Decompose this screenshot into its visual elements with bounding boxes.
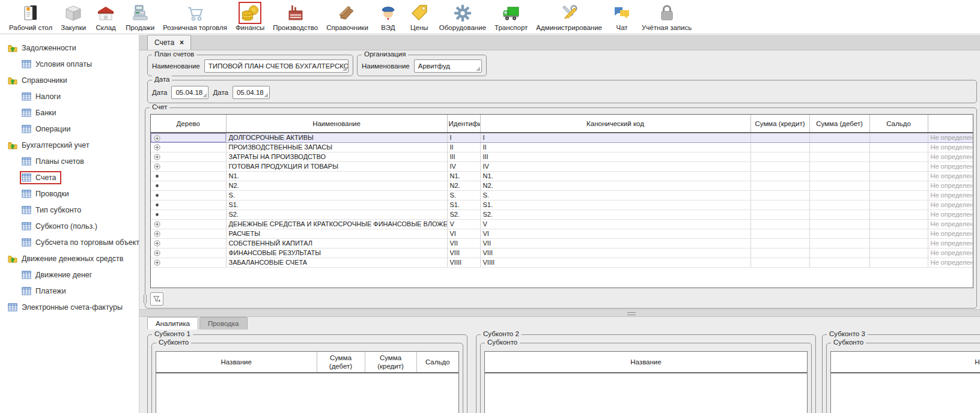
sidebar-item-taxes[interactable]: Налоги <box>0 88 139 104</box>
resize-grip[interactable] <box>144 295 147 303</box>
toolbar-item-chat[interactable]: Чат <box>606 1 638 32</box>
tree-cell[interactable] <box>151 219 226 229</box>
tree-cell[interactable] <box>151 133 226 142</box>
column-header-Сальдо[interactable]: Сальдо <box>869 115 928 133</box>
saldo-cell <box>869 142 928 152</box>
account-row[interactable]: ГОТОВАЯ ПРОДУКЦИЯ И ТОВАРЫIVIVНе определ… <box>151 161 973 171</box>
account-row[interactable]: N2.N2.N2.Не определено <box>151 181 973 190</box>
sidebar-item-debts[interactable]: Задолженности <box>0 40 139 56</box>
tree-cell[interactable] <box>151 181 226 190</box>
account-row[interactable]: ДЕНЕЖНЫЕ СРЕДСТВА И КРАТКОСРОЧНЫЕ ФИНАНС… <box>151 219 973 229</box>
sidebar-item-postings[interactable]: Проводки <box>0 185 139 202</box>
item-frame: Субконто (польз.) <box>20 220 103 233</box>
toolbar-item-sales[interactable]: Продажи <box>121 1 159 32</box>
organization-combobox[interactable]: Арвитфуд <box>414 59 482 73</box>
tree-cell[interactable] <box>151 210 226 219</box>
toolbar-item-finance[interactable]: Финансы <box>231 1 269 32</box>
debit-sum-cell <box>809 181 869 190</box>
date-to-field[interactable]: 05.04.18 <box>233 86 270 99</box>
tab-accounts[interactable]: Счета × <box>147 35 191 50</box>
account-row[interactable]: ЗАТРАТЫ НА ПРОИЗВОДСТВОIIIIIIНе определе… <box>151 152 973 161</box>
splitter-handle[interactable] <box>627 312 636 315</box>
add-filter-button[interactable] <box>150 292 163 306</box>
tree-cell[interactable] <box>151 248 226 258</box>
toolbar-item-administration[interactable]: Администрирование <box>532 1 606 32</box>
column-header-status[interactable] <box>928 115 973 133</box>
tree-cell[interactable] <box>151 190 226 200</box>
account-row[interactable]: ЗАБАЛАНСОВЫЕ СЧЕТАVIIIIVIIIIНе определен… <box>151 258 973 267</box>
plan-name-combobox[interactable]: ТИПОВОЙ ПЛАН СЧЕТОВ БУХГАЛТЕРСКОГО УЧЕТА <box>204 59 348 73</box>
subkonto-column-header[interactable]: Сумма (дебет) <box>317 352 365 373</box>
toolbar-item-ved[interactable]: ВЭД <box>373 1 404 32</box>
sidebar-item-chart-of-accounts[interactable]: Планы счетов <box>0 153 139 169</box>
toolbar-item-equipment[interactable]: Оборудование <box>435 1 490 32</box>
toolbar-item-prices[interactable]: Цены <box>404 1 435 32</box>
tree-cell[interactable] <box>151 142 226 152</box>
account-row[interactable]: СОБСТВЕННЫЙ КАПИТАЛVIIVIIНе определено <box>151 238 973 248</box>
tree-cell[interactable] <box>151 171 226 181</box>
sidebar-item-operations[interactable]: Операции <box>0 121 139 137</box>
subkonto-column-header[interactable]: Сальдо <box>416 352 458 373</box>
icon-frame <box>558 2 580 24</box>
tree-cell[interactable] <box>151 238 226 248</box>
sidebar-item-cash-flow[interactable]: Движение денежных средств <box>0 250 139 267</box>
sidebar-item-accounts[interactable]: Счета <box>0 169 139 185</box>
subkonto-column-header[interactable]: Название <box>485 352 807 373</box>
toolbar-item-label: Финансы <box>236 24 264 31</box>
sidebar-item-e-invoices[interactable]: Электронные счета-фактуры <box>0 299 139 315</box>
sidebar-item-subkonto-user[interactable]: Субконто (польз.) <box>0 218 139 234</box>
debit-sum-cell <box>809 152 869 161</box>
account-row[interactable]: ФИНАНСОВЫЕ РЕЗУЛЬТАТЫVIIIVIIIНе определе… <box>151 248 973 258</box>
account-row[interactable]: S.S.S.Не определено <box>151 190 973 200</box>
subkonto-column-header[interactable]: Название <box>831 352 980 373</box>
tab-close-icon[interactable]: × <box>180 39 184 46</box>
sidebar-item-banks[interactable]: Банки <box>0 104 139 121</box>
toolbar-item-production[interactable]: Производство <box>269 1 322 32</box>
toolbar-item-retail[interactable]: Розничная торговля <box>159 1 231 32</box>
sidebar-item-subaccounts-trade[interactable]: Субсчета по торговым объектам <box>0 234 139 250</box>
toolbar-item-warehouse[interactable]: Склад <box>90 1 121 32</box>
column-header-Наименование[interactable]: Наименование <box>226 115 447 133</box>
table-icon <box>22 189 31 199</box>
date-from-field[interactable]: 05.04.18 <box>171 86 208 99</box>
sidebar-item-payments[interactable]: Платежи <box>0 283 139 299</box>
horizontal-splitter[interactable] <box>139 309 980 317</box>
toolbar-item-purchases[interactable]: Закупки <box>56 1 90 32</box>
column-header-Идентифи[interactable]: Идентифи <box>447 115 480 133</box>
tree-cell[interactable] <box>151 258 226 267</box>
sidebar-item-payment-terms[interactable]: Условия оплаты <box>0 56 139 72</box>
toolbar-item-account[interactable]: Учётная запись <box>638 1 696 32</box>
sidebar-item-money-movement[interactable]: Движение денег <box>0 267 139 283</box>
tree-cell[interactable] <box>151 229 226 238</box>
bottom-tab-Проводка[interactable]: Проводка <box>199 317 248 330</box>
sidebar-item-subkonto-type[interactable]: Тип субконто <box>0 202 139 218</box>
bottom-tab-Аналитика[interactable]: Аналитика <box>147 317 198 330</box>
subkonto-column-header[interactable]: Сумма (кредит) <box>365 352 416 373</box>
toolbar-item-references[interactable]: Справочники <box>322 1 373 32</box>
sidebar-item-references[interactable]: Справочники <box>0 72 139 88</box>
column-header-Сумма (дебет)[interactable]: Сумма (дебет) <box>809 115 869 133</box>
tree-cell[interactable] <box>151 161 226 171</box>
saldo-cell <box>869 219 928 229</box>
account-row[interactable]: S1.S1.S1.Не определено <box>151 200 973 210</box>
desktop-planner-icon <box>21 4 40 23</box>
sidebar-item-accounting[interactable]: Бухгалтерский учет <box>0 137 139 153</box>
account-row[interactable]: ДОЛГОСРОЧНЫЕ АКТИВЫIIНе определено <box>151 133 973 142</box>
saldo-cell <box>869 229 928 238</box>
subkonto-column-header[interactable]: Название <box>156 352 317 373</box>
column-header-Дерево[interactable]: Дерево <box>151 115 226 133</box>
account-row[interactable]: ПРОИЗВОДСТВЕННЫЕ ЗАПАСЫIIIIНе определено <box>151 142 973 152</box>
toolbar-item-transport[interactable]: Транспорт <box>490 1 532 32</box>
account-row[interactable]: N1.N1.N1.Не определено <box>151 171 973 181</box>
toolbar-item-desktop[interactable]: Рабочий стол <box>5 1 56 32</box>
account-row[interactable]: S2.S2.S2.Не определено <box>151 210 973 219</box>
account-row[interactable]: РАСЧЕТЫVIVIНе определено <box>151 229 973 238</box>
cash-register-icon <box>130 4 150 23</box>
tools-icon <box>559 4 579 23</box>
column-header-Канонический код[interactable]: Канонический код <box>480 115 750 133</box>
tree-cell[interactable] <box>151 200 226 210</box>
name-cell: ДОЛГОСРОЧНЫЕ АКТИВЫ <box>226 133 447 142</box>
tree-cell[interactable] <box>151 152 226 161</box>
column-header-Сумма (кредит)[interactable]: Сумма (кредит) <box>750 115 809 133</box>
toolbar-item-label: Администрирование <box>536 24 602 31</box>
